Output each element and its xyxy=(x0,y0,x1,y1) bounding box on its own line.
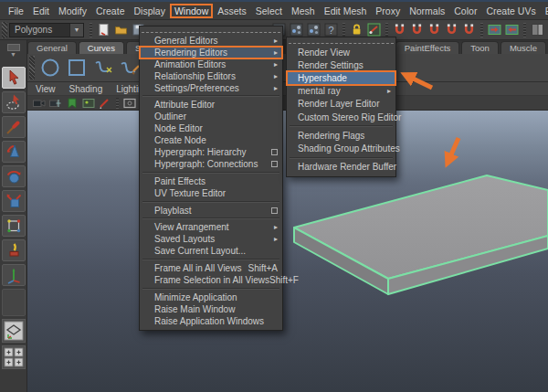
menu-assets[interactable]: Assets xyxy=(213,4,251,18)
help-icon[interactable]: ? xyxy=(323,22,339,37)
toolbox-collapse-widget[interactable]: ▼ xyxy=(5,44,22,64)
output-connections-icon[interactable] xyxy=(504,22,520,37)
select-tool-button[interactable] xyxy=(2,67,26,89)
single-pane-layout-button[interactable] xyxy=(2,319,26,343)
submenu-item-hypershade[interactable]: Hypershade xyxy=(287,71,395,84)
paint-selection-tool-button[interactable] xyxy=(2,116,26,138)
move-tool-button[interactable] xyxy=(2,141,26,163)
pencil-curve-button[interactable] xyxy=(117,56,142,80)
select-camera-icon[interactable] xyxy=(32,97,47,110)
status-line-handle[interactable] xyxy=(2,22,7,38)
menu-file[interactable]: File xyxy=(4,4,28,18)
show-manipulator-tool-button[interactable] xyxy=(2,264,26,286)
submenu-item-rendering-flags[interactable]: Rendering Flags xyxy=(287,129,395,142)
sidebar-icon[interactable] xyxy=(530,22,545,37)
menu-edit-uvs[interactable]: Edit UVs xyxy=(541,4,548,18)
menu-modify[interactable]: Modify xyxy=(54,4,91,18)
menu-edit[interactable]: Edit xyxy=(28,4,54,18)
submenu-item-mental-ray[interactable]: mental ray▸ xyxy=(287,85,395,98)
panel-menu-view[interactable]: View xyxy=(36,84,56,94)
menu-item-settings-preferences[interactable]: Settings/Preferences▸ xyxy=(140,82,282,94)
shelf-tab-curves[interactable]: Curves xyxy=(79,41,124,54)
snap-to-grids-icon[interactable] xyxy=(392,22,407,37)
rotate-tool-button[interactable] xyxy=(2,165,26,187)
menu-proxy[interactable]: Proxy xyxy=(371,4,405,18)
menu-item-frame-all-in-all-views[interactable]: Frame All in All ViewsShift+A xyxy=(140,262,282,274)
highlight-selection-icon[interactable] xyxy=(366,22,382,37)
menu-create[interactable]: Create xyxy=(91,4,130,18)
panel-menu-shading[interactable]: Shading xyxy=(69,84,103,94)
new-scene-icon[interactable] xyxy=(96,22,111,37)
menu-item-general-editors[interactable]: General Editors▸ xyxy=(140,35,282,47)
snap-to-curves-icon[interactable] xyxy=(409,22,425,37)
bookmark-icon[interactable] xyxy=(65,97,79,110)
plane-object[interactable] xyxy=(294,175,548,294)
menu-display[interactable]: Display xyxy=(129,4,169,18)
snap-to-points-icon[interactable] xyxy=(427,22,442,37)
four-pane-layout-button[interactable] xyxy=(2,345,26,369)
menu-item-outliner[interactable]: Outliner xyxy=(140,111,282,122)
shelf-handle[interactable] xyxy=(29,56,35,79)
submenu-item-custom-stereo-rig-editor[interactable]: Custom Stereo Rig Editor xyxy=(287,111,395,123)
universal-manipulator-tool-button[interactable] xyxy=(2,215,26,237)
menu-item-hypergraph-connections[interactable]: Hypergraph: Connections xyxy=(140,158,282,170)
menu-item-animation-editors[interactable]: Animation Editors▸ xyxy=(140,58,282,70)
tearoff-checkbox[interactable] xyxy=(271,161,278,167)
nurbs-square-button[interactable] xyxy=(64,56,89,80)
menu-item-attribute-editor[interactable]: Attribute Editor xyxy=(140,99,282,111)
cv-curve-button[interactable] xyxy=(90,56,115,80)
menu-item-minimize-application[interactable]: Minimize Application xyxy=(140,291,282,303)
submenu-item-render-settings[interactable]: Render Settings xyxy=(287,58,395,71)
menu-set-selector[interactable]: Polygons ▼ xyxy=(9,23,84,37)
menu-item-save-current-layout[interactable]: Save Current Layout... xyxy=(140,245,282,257)
last-tool-slot[interactable] xyxy=(2,289,26,316)
submenu-item-render-view[interactable]: Render View xyxy=(287,46,395,58)
shelf-tab-painteffects[interactable]: PaintEffects xyxy=(395,41,460,54)
menu-item-uv-texture-editor[interactable]: UV Texture Editor xyxy=(140,187,282,199)
select-by-component-icon[interactable] xyxy=(306,22,321,37)
lasso-tool-button[interactable] xyxy=(2,91,26,113)
image-plane-icon[interactable] xyxy=(81,97,96,110)
submenu-item-shading-group-attributes[interactable]: Shading Group Attributes xyxy=(287,142,395,154)
shelf-tab-toon[interactable]: Toon xyxy=(461,41,499,54)
input-connections-icon[interactable] xyxy=(487,22,502,37)
open-scene-icon[interactable] xyxy=(113,22,129,37)
soft-modification-tool-button[interactable] xyxy=(2,239,26,261)
menu-create-uvs[interactable]: Create UVs xyxy=(481,4,540,18)
submenu-item-hardware-render-buffer[interactable]: Hardware Render Buffer xyxy=(287,161,395,174)
menu-item-paint-effects[interactable]: Paint Effects xyxy=(140,175,282,187)
shelf-tab-muscle[interactable]: Muscle xyxy=(501,41,546,54)
menu-window[interactable]: Window xyxy=(170,4,213,18)
resolution-gate-icon[interactable] xyxy=(122,97,137,110)
shelf-tab-general[interactable]: General xyxy=(27,41,77,54)
select-by-object-icon[interactable] xyxy=(289,22,304,37)
menu-item-raise-main-window[interactable]: Raise Main Window xyxy=(140,303,282,315)
menu-normals[interactable]: Normals xyxy=(405,4,449,18)
lock-icon[interactable] xyxy=(349,22,364,37)
tearoff-checkbox[interactable] xyxy=(271,207,278,214)
menu-item-raise-application-windows[interactable]: Raise Application Windows xyxy=(140,315,282,327)
snap-to-projected-center-icon[interactable] xyxy=(444,22,459,37)
menu-select[interactable]: Select xyxy=(251,4,287,18)
menu-tearoff-handle[interactable] xyxy=(289,38,394,44)
menu-item-node-editor[interactable]: Node Editor xyxy=(140,122,282,134)
camera-attributes-icon[interactable] xyxy=(48,97,63,110)
nurbs-circle-button[interactable] xyxy=(37,56,62,80)
menu-item-relationship-editors[interactable]: Relationship Editors▸ xyxy=(140,70,282,82)
tearoff-checkbox[interactable] xyxy=(271,149,278,155)
menu-item-saved-layouts[interactable]: Saved Layouts▸ xyxy=(140,233,282,245)
chevron-down-icon[interactable]: ▼ xyxy=(69,24,83,37)
scale-tool-button[interactable] xyxy=(2,190,26,212)
menu-tearoff-handle[interactable] xyxy=(142,27,280,33)
menu-edit-mesh[interactable]: Edit Mesh xyxy=(320,4,372,18)
submenu-item-render-layer-editor[interactable]: Render Layer Editor xyxy=(287,98,395,111)
menu-item-frame-selection-in-all-views[interactable]: Frame Selection in All ViewsShift+F xyxy=(140,274,282,286)
menu-item-playblast[interactable]: Playblast xyxy=(140,205,282,217)
menu-color[interactable]: Color xyxy=(449,4,481,18)
menu-item-hypergraph-hierarchy[interactable]: Hypergraph: Hierarchy xyxy=(140,146,282,158)
menu-mesh[interactable]: Mesh xyxy=(287,4,320,18)
grease-pencil-icon[interactable] xyxy=(98,97,112,110)
menu-item-rendering-editors[interactable]: Rendering Editors▸ xyxy=(140,47,282,58)
snap-to-view-planes-icon[interactable] xyxy=(461,22,477,37)
menu-item-create-node[interactable]: Create Node xyxy=(140,134,282,146)
